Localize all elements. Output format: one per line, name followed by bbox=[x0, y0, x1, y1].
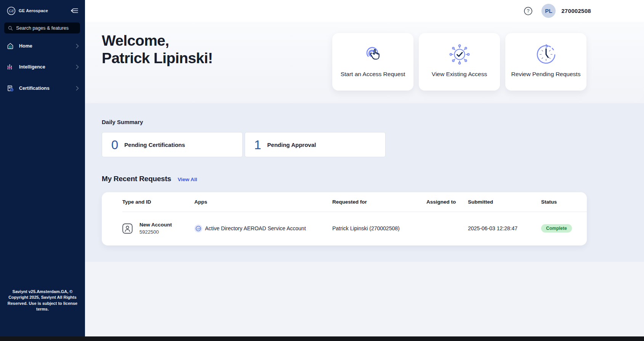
chevron-right-icon bbox=[76, 44, 79, 48]
daily-summary-cards: 0 Pending Certifications 1 Pending Appro… bbox=[102, 132, 386, 157]
bottom-spacer bbox=[85, 262, 644, 336]
welcome-line2: Patrick Lipinski! bbox=[102, 49, 213, 67]
svg-text:?: ? bbox=[527, 8, 530, 14]
pending-certifications-label: Pending Certifications bbox=[124, 142, 185, 148]
recent-requests-header: My Recent Requests View All bbox=[102, 175, 197, 183]
submitted-cell: 2025-06-03 12:28:47 bbox=[468, 225, 541, 231]
sidebar-item-home[interactable]: Home bbox=[0, 41, 85, 51]
help-icon[interactable]: ? bbox=[524, 6, 533, 16]
main-area: ? PL 270002508 Welcome, Patrick Lipinski… bbox=[85, 0, 644, 336]
topbar: ? PL 270002508 bbox=[85, 0, 644, 22]
table-header-row: Type and ID Apps Requested for Assigned … bbox=[122, 192, 587, 212]
type-and-id-cell: New Account 5922500 bbox=[122, 222, 194, 235]
column-submitted: Submitted bbox=[468, 199, 541, 205]
network-check-icon bbox=[449, 44, 470, 65]
sidebar-item-intelligence[interactable]: Intelligence bbox=[0, 62, 85, 72]
review-pending-requests-card[interactable]: Review Pending Requests bbox=[505, 33, 586, 91]
pending-approval-count: 1 bbox=[254, 139, 261, 151]
column-status: Status bbox=[541, 199, 580, 205]
action-card-label: Review Pending Requests bbox=[511, 71, 581, 78]
search-input[interactable] bbox=[16, 25, 76, 31]
collapse-sidebar-icon[interactable] bbox=[70, 7, 79, 14]
sidebar-footer-copyright: Saviynt v25.Amsterdam.GA, © Copyright 20… bbox=[0, 289, 85, 312]
status-cell: Complete bbox=[541, 224, 580, 233]
status-badge: Complete bbox=[541, 224, 572, 233]
svg-text:GE: GE bbox=[197, 228, 200, 230]
column-requested-for: Requested for bbox=[332, 199, 426, 205]
sidebar-item-label: Certifications bbox=[19, 86, 50, 91]
apps-cell: GE Active Directory AEROAD Service Accou… bbox=[194, 225, 332, 233]
avatar[interactable]: PL bbox=[541, 4, 556, 18]
account-person-icon bbox=[122, 223, 133, 234]
search-icon bbox=[8, 25, 13, 31]
certifications-doc-icon bbox=[7, 85, 14, 92]
recent-requests-table: Type and ID Apps Requested for Assigned … bbox=[102, 192, 587, 245]
sidebar-item-label: Home bbox=[19, 43, 32, 49]
app-name: Active Directory AEROAD Service Account bbox=[205, 225, 306, 231]
dashboard-body: Daily Summary 0 Pending Certifications 1… bbox=[85, 103, 644, 262]
pending-approval-label: Pending Approval bbox=[267, 142, 316, 148]
sidebar-search[interactable] bbox=[4, 22, 80, 33]
requested-for-cell: Patrick Lipinski (270002508) bbox=[332, 225, 426, 231]
app-ge-icon: GE bbox=[194, 225, 202, 233]
ge-aerospace-logo-icon: GE bbox=[7, 6, 16, 15]
sidebar: GE GE Aerospace Home Intelligence bbox=[0, 0, 85, 336]
column-assigned-to: Assigned to bbox=[426, 199, 468, 205]
start-access-request-card[interactable]: Start an Access Request bbox=[332, 33, 413, 91]
view-all-link[interactable]: View All bbox=[178, 177, 197, 182]
pending-clock-icon bbox=[535, 44, 557, 65]
pending-certifications-card[interactable]: 0 Pending Certifications bbox=[102, 132, 243, 157]
chevron-right-icon bbox=[76, 86, 79, 91]
user-id: 270002508 bbox=[561, 8, 591, 14]
column-apps: Apps bbox=[194, 199, 332, 205]
quick-action-cards: Start an Access Request bbox=[332, 33, 586, 91]
tap-hand-icon bbox=[363, 44, 383, 65]
chevron-right-icon bbox=[76, 65, 79, 69]
pending-certifications-count: 0 bbox=[111, 139, 118, 151]
recent-requests-title: My Recent Requests bbox=[102, 175, 171, 183]
hero-section: Welcome, Patrick Lipinski! Start an Acce… bbox=[85, 22, 644, 103]
action-card-label: View Existing Access bbox=[432, 71, 487, 78]
intelligence-chart-icon bbox=[7, 64, 14, 70]
welcome-line1: Welcome, bbox=[102, 32, 213, 49]
sidebar-item-label: Intelligence bbox=[19, 64, 45, 70]
view-existing-access-card[interactable]: View Existing Access bbox=[419, 33, 500, 91]
request-type: New Account bbox=[139, 222, 172, 228]
welcome-heading: Welcome, Patrick Lipinski! bbox=[102, 32, 213, 67]
home-icon bbox=[7, 43, 14, 49]
table-row[interactable]: New Account 5922500 GE Active Directory … bbox=[122, 212, 587, 245]
svg-text:GE: GE bbox=[9, 9, 14, 13]
column-type-and-id: Type and ID bbox=[122, 199, 194, 205]
window-bottom-edge bbox=[0, 336, 644, 341]
brand-row: GE GE Aerospace bbox=[7, 5, 79, 16]
pending-approval-card[interactable]: 1 Pending Approval bbox=[245, 132, 386, 157]
action-card-label: Start an Access Request bbox=[341, 71, 405, 78]
brand-name: GE Aerospace bbox=[19, 8, 48, 13]
sidebar-item-certifications[interactable]: Certifications bbox=[0, 83, 85, 94]
daily-summary-title: Daily Summary bbox=[102, 119, 143, 125]
request-id: 5922500 bbox=[139, 229, 172, 235]
